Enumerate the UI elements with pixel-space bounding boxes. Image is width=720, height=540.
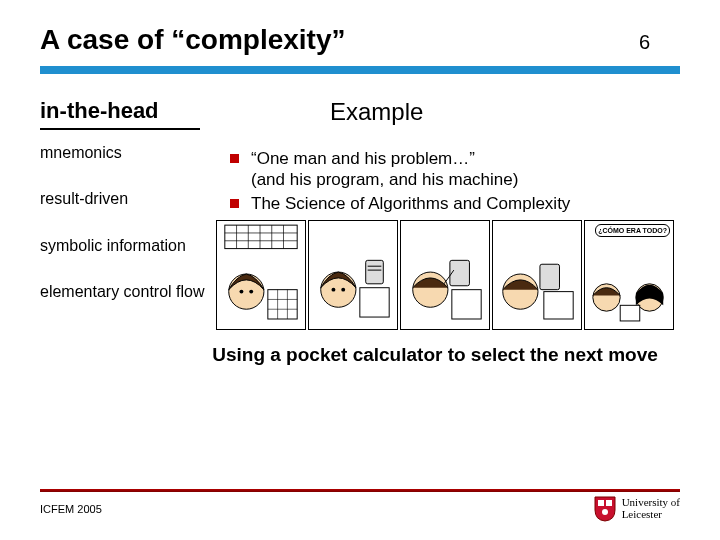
sidebar: in-the-head mnemonics result-driven symb…: [40, 98, 220, 366]
svg-point-26: [503, 274, 538, 309]
bullet-text: “One man and his problem…”: [251, 149, 475, 168]
title-rule: [40, 66, 680, 74]
svg-point-10: [249, 289, 253, 293]
conference-label: ICFEM 2005: [40, 503, 102, 515]
svg-rect-28: [544, 291, 573, 318]
affiliation-logo: University of Leicester: [594, 496, 680, 522]
sidebar-item: mnemonics: [40, 144, 220, 162]
affiliation-line: Leicester: [622, 509, 680, 521]
sidebar-rule: [40, 128, 200, 130]
svg-rect-11: [268, 289, 297, 318]
svg-point-9: [239, 289, 243, 293]
bullet-icon: [230, 154, 239, 163]
svg-point-34: [602, 509, 608, 515]
footer-rule: [40, 489, 680, 492]
comic-panel: [308, 220, 398, 330]
comic-panel: ¿CÓMO ERA TODO?: [584, 220, 674, 330]
svg-rect-24: [450, 260, 470, 285]
svg-rect-33: [606, 500, 612, 506]
bullet-list: “One man and his problem…” (and his prog…: [230, 148, 680, 214]
main-content: Example “One man and his problem…” (and …: [220, 98, 680, 366]
sidebar-item: result-driven: [40, 190, 220, 208]
sidebar-item: elementary control flow: [40, 283, 220, 301]
comic-panel: [492, 220, 582, 330]
figure-caption: Using a pocket calculator to select the …: [200, 344, 670, 366]
sidebar-item: symbolic information: [40, 237, 220, 255]
bullet-icon: [230, 199, 239, 208]
shield-icon: [594, 496, 616, 522]
comic-strip: ¿CÓMO ERA TODO?: [216, 220, 680, 330]
svg-rect-0: [225, 225, 297, 248]
svg-point-17: [331, 287, 335, 291]
svg-rect-25: [452, 289, 481, 318]
bullet-subtext: (and his program, and his machine): [251, 170, 518, 189]
speech-bubble: ¿CÓMO ERA TODO?: [595, 224, 670, 237]
comic-panel: [400, 220, 490, 330]
svg-rect-27: [540, 264, 560, 289]
comic-panel: [216, 220, 306, 330]
bullet-text: The Science of Algorithms and Complexity: [251, 194, 570, 213]
svg-rect-31: [620, 305, 640, 321]
svg-rect-20: [366, 260, 384, 283]
bullet-item: The Science of Algorithms and Complexity: [230, 193, 680, 214]
bullet-item: “One man and his problem…” (and his prog…: [230, 148, 680, 191]
slide-title: A case of “complexity”: [40, 24, 346, 56]
svg-point-18: [341, 287, 345, 291]
sidebar-heading: in-the-head: [40, 98, 220, 124]
page-number: 6: [639, 31, 650, 54]
svg-rect-32: [598, 500, 604, 506]
svg-rect-19: [360, 287, 389, 316]
example-heading: Example: [330, 98, 680, 126]
svg-point-23: [413, 272, 448, 307]
